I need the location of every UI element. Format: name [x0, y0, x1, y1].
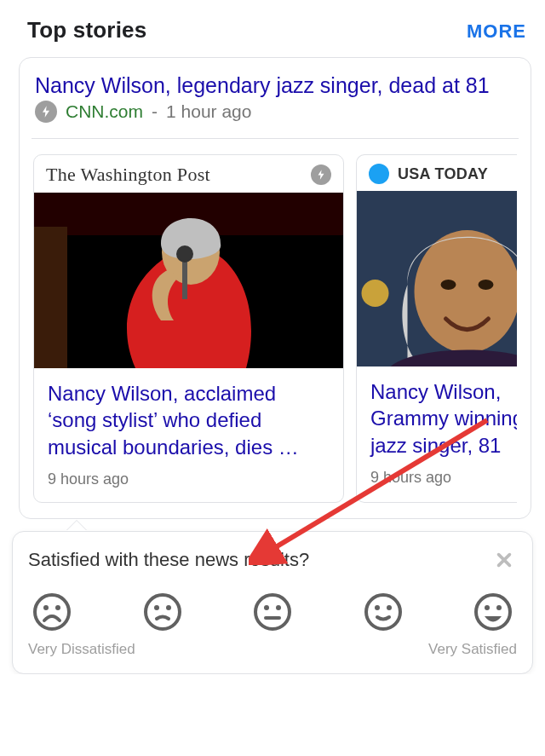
story-card[interactable]: The Washington Post [33, 154, 344, 503]
more-link[interactable]: MORE [467, 20, 526, 43]
lead-story-title[interactable]: Nancy Wilson, legendary jazz singer, dea… [35, 73, 490, 97]
lead-source: CNN.com [66, 101, 143, 122]
svg-point-26 [476, 595, 510, 629]
svg-point-16 [146, 595, 180, 629]
top-stories-header: Top stories MORE [27, 17, 526, 43]
svg-point-14 [43, 605, 49, 610]
svg-point-4 [176, 245, 193, 263]
publisher-row: USA TODAY [357, 155, 517, 191]
label-left: Very Dissatisfied [28, 641, 135, 658]
feedback-popover: Satisfied with these news results? [12, 531, 533, 674]
rating-labels: Very Dissatisfied Very Satisfied [28, 641, 517, 658]
svg-point-7 [415, 230, 518, 353]
amp-icon [311, 164, 331, 185]
publisher-row: The Washington Post [34, 155, 343, 193]
svg-point-24 [375, 605, 380, 610]
svg-point-10 [362, 280, 389, 307]
svg-point-28 [496, 605, 502, 610]
rating-very-dissatisfied[interactable] [32, 592, 72, 632]
story-thumbnail [34, 193, 343, 368]
svg-point-13 [35, 595, 69, 629]
rating-dissatisfied[interactable] [142, 592, 183, 632]
lead-time: 1 hour ago [166, 101, 251, 122]
rating-neutral[interactable] [252, 592, 293, 632]
svg-point-18 [166, 605, 171, 610]
svg-point-17 [154, 605, 159, 610]
story-carousel[interactable]: The Washington Post [33, 154, 517, 503]
story-time: 9 hours ago [34, 465, 343, 502]
svg-point-23 [366, 595, 400, 629]
publisher-logo-icon [369, 164, 389, 184]
amp-icon [35, 101, 57, 123]
top-stories-card: Nancy Wilson, legendary jazz singer, dea… [19, 57, 531, 519]
svg-rect-5 [34, 227, 67, 368]
popover-tip-icon [66, 521, 87, 531]
publisher-name: The Washington Post [46, 164, 210, 186]
svg-point-20 [264, 605, 269, 610]
section-title: Top stories [27, 17, 146, 43]
svg-point-8 [441, 280, 456, 290]
svg-point-15 [55, 605, 60, 610]
rating-very-satisfied[interactable] [473, 592, 513, 632]
separator: - [152, 101, 158, 122]
divider [32, 138, 519, 140]
svg-point-19 [255, 595, 290, 629]
story-card[interactable]: USA TODAY [356, 154, 517, 503]
svg-point-27 [485, 605, 490, 610]
svg-point-9 [479, 280, 494, 290]
close-button[interactable] [491, 547, 517, 573]
story-time: 9 hours ago [357, 464, 517, 500]
feedback-question: Satisfied with these news results? [28, 549, 309, 571]
rating-satisfied[interactable] [363, 592, 404, 632]
rating-faces [32, 592, 513, 632]
lead-story-meta: CNN.com - 1 hour ago [35, 101, 515, 123]
label-right: Very Satisfied [428, 641, 517, 658]
svg-point-25 [387, 605, 392, 610]
story-title: Nancy Wilson, Grammy winning jazz singer… [357, 366, 517, 464]
story-thumbnail [357, 191, 517, 366]
feedback-popover-wrap: Satisfied with these news results? [19, 531, 531, 674]
story-title: Nancy Wilson, acclaimed ‘song stylist’ w… [34, 368, 343, 465]
publisher-name: USA TODAY [398, 165, 488, 183]
svg-rect-3 [182, 257, 187, 299]
close-icon [495, 551, 513, 569]
svg-point-21 [276, 605, 281, 610]
